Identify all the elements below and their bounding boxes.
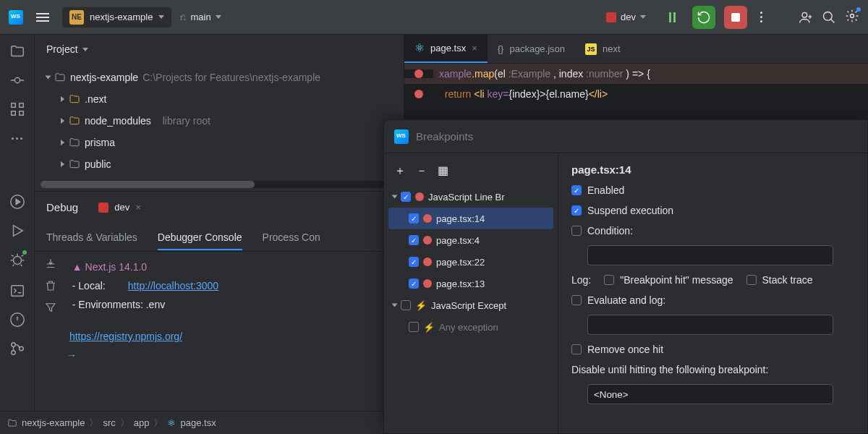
breakpoint-dot-icon[interactable] (414, 69, 423, 78)
run-tool-icon[interactable] (9, 194, 25, 210)
tree-item[interactable]: node_modules library root (35, 110, 404, 132)
bp-item[interactable]: page.tsx:22 (388, 251, 553, 273)
svg-point-2 (851, 14, 854, 18)
remove-checkbox[interactable] (571, 344, 582, 354)
bp-item-label: page.tsx:4 (436, 235, 480, 246)
debug-session-tab[interactable]: dev × (93, 199, 147, 216)
disable-until-select[interactable] (587, 384, 833, 404)
editor-tab[interactable]: JSnext (575, 35, 631, 63)
tab-console[interactable]: Debugger Console (158, 231, 242, 250)
bp-item[interactable]: page.tsx:4 (388, 229, 553, 251)
checkbox[interactable] (409, 257, 419, 267)
breakpoint-dot-icon (423, 279, 432, 288)
tree-root[interactable]: nextjs-example C:\Projects for Features\… (35, 67, 404, 88)
close-icon[interactable]: × (135, 202, 141, 213)
editor-tabs: ⚛page.tsx× {}package.json JSnext (404, 35, 868, 64)
breadcrumb[interactable]: nextjs-example〉 src〉 app〉 ⚛ page.tsx (0, 411, 383, 434)
horizontal-scrollbar[interactable] (41, 181, 398, 188)
console-local-link[interactable]: http://localhost:3000 (128, 280, 218, 292)
tree-item[interactable]: prisma (35, 132, 404, 153)
bp-group[interactable]: JavaScript Line Br (388, 186, 553, 208)
checkbox[interactable] (409, 278, 419, 289)
tree-item[interactable]: public (35, 153, 404, 175)
close-icon[interactable]: × (472, 43, 477, 54)
folder-icon (69, 115, 80, 127)
trash-icon[interactable] (44, 279, 57, 292)
chevron-icon (392, 304, 398, 307)
eval-input[interactable] (587, 315, 833, 335)
condition-label: Condition: (587, 225, 633, 237)
bp-group[interactable]: ⚡JavaScript Except (388, 294, 553, 316)
condition-input[interactable] (587, 245, 833, 265)
add-breakpoint-button[interactable]: ＋ (394, 163, 406, 179)
tree-item[interactable]: .next (35, 88, 404, 110)
remove-label: Remove once hit (587, 344, 663, 355)
checkbox[interactable] (409, 322, 419, 332)
breakpoint-options: page.tsx:14 Enabled Suspend execution Co… (558, 153, 867, 433)
log-label: Log: (571, 274, 591, 286)
filter-icon[interactable] (44, 301, 57, 314)
dialog-title: Breakpoints (416, 130, 473, 142)
project-selector[interactable]: NE nextjs-example (62, 7, 171, 27)
checkbox[interactable] (401, 192, 411, 202)
more-tools-button[interactable] (9, 130, 25, 146)
chevron-down-icon (640, 15, 646, 19)
bp-item-label: Any exception (439, 322, 498, 333)
project-panel-title: Project (46, 43, 78, 55)
eval-checkbox[interactable] (571, 295, 582, 305)
more-actions-button[interactable] (756, 12, 767, 22)
play-tool-icon[interactable] (9, 223, 25, 239)
terminal-tool-icon[interactable] (9, 283, 25, 299)
breakpoint-dot-icon[interactable] (414, 90, 423, 98)
rerun-button[interactable] (692, 6, 715, 29)
commit-tool-icon[interactable] (9, 72, 25, 88)
checkbox[interactable] (401, 300, 411, 310)
project-tool-icon[interactable] (9, 43, 25, 59)
folder-icon (69, 137, 80, 148)
breadcrumb-item[interactable]: src (103, 417, 115, 428)
structure-tool-icon[interactable] (9, 101, 25, 117)
scroll-to-end-icon[interactable] (44, 258, 57, 271)
chevron-down-icon (158, 15, 164, 19)
vcs-tool-icon[interactable] (9, 341, 25, 357)
pause-button[interactable] (660, 6, 684, 29)
breadcrumb-item[interactable]: page.tsx (180, 417, 216, 428)
bphit-checkbox[interactable] (604, 275, 614, 285)
bp-item[interactable]: ⚡Any exception (388, 316, 553, 338)
chevron-icon (61, 96, 64, 102)
code-with-me-icon[interactable] (799, 10, 813, 25)
checkbox[interactable] (409, 213, 419, 224)
group-by-button[interactable]: ▦ (438, 163, 448, 179)
breadcrumb-item[interactable]: app (134, 417, 150, 428)
bp-item[interactable]: page.tsx:13 (388, 273, 553, 294)
debug-tool-icon[interactable] (9, 252, 25, 270)
project-panel-header[interactable]: Project (35, 35, 404, 64)
settings-button[interactable] (845, 9, 859, 25)
git-branch-selector[interactable]: ⎌ main (180, 12, 221, 22)
debug-tab-label: dev (114, 202, 129, 213)
tab-threads[interactable]: Threads & Variables (46, 231, 137, 243)
editor-tab[interactable]: {}package.json (488, 35, 575, 63)
tab-process[interactable]: Process Con (263, 231, 320, 243)
stop-button[interactable] (724, 6, 747, 29)
svg-point-1 (824, 12, 833, 20)
condition-checkbox[interactable] (571, 226, 582, 236)
stack-checkbox[interactable] (746, 275, 757, 285)
editor-tab[interactable]: ⚛page.tsx× (404, 35, 488, 63)
enabled-checkbox[interactable] (571, 185, 582, 195)
bp-item[interactable]: page.tsx:14 (388, 208, 553, 229)
tree-item-note: library root (163, 115, 210, 127)
run-config-selector[interactable]: dev (600, 9, 652, 25)
problems-tool-icon[interactable] (9, 312, 25, 328)
console-registry-link[interactable]: https://registry.npmjs.org/ (69, 331, 182, 342)
bp-item-label: page.tsx:13 (436, 278, 485, 289)
main-menu-button[interactable] (32, 9, 54, 26)
remove-breakpoint-button[interactable]: － (416, 163, 427, 179)
suspend-checkbox[interactable] (571, 205, 582, 216)
checkbox[interactable] (409, 235, 419, 245)
svg-point-12 (11, 343, 15, 347)
debugger-console[interactable]: ▲ Next.js 14.1.0 - Local: http://localho… (67, 252, 404, 370)
search-icon[interactable] (822, 10, 836, 25)
tree-item-label: public (85, 158, 111, 170)
breadcrumb-item[interactable]: nextjs-example (22, 417, 85, 428)
